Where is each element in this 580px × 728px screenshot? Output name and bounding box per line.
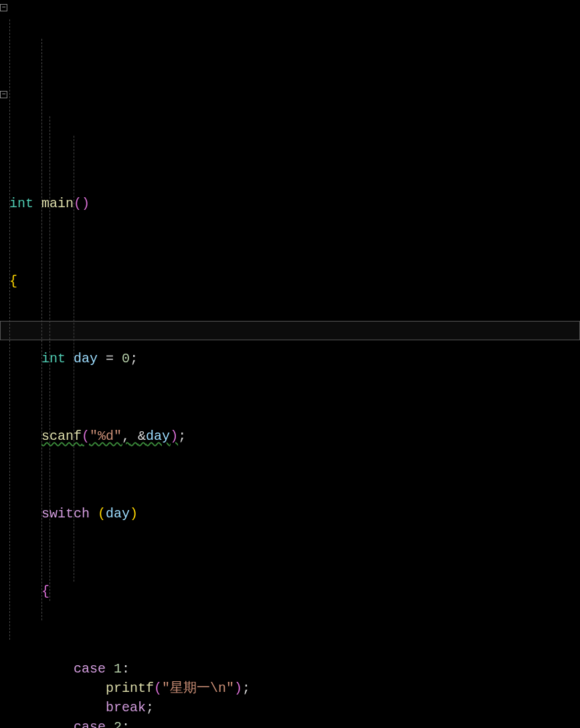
code-line: int main() <box>9 194 580 213</box>
code-line: int day = 0; <box>9 349 580 368</box>
code-line: break; <box>9 698 580 717</box>
code-editor[interactable]: − − int main() { int day = 0; scanf("%d"… <box>0 0 580 728</box>
fold-toggle-icon[interactable]: − <box>0 91 7 98</box>
code-line: { <box>9 582 580 601</box>
code-line: printf("星期一\n"); <box>9 679 580 698</box>
gutter: − − <box>0 0 9 728</box>
code-line: case 2: <box>9 717 580 728</box>
code-line: scanf("%d", &day); <box>9 427 580 446</box>
code-area[interactable]: int main() { int day = 0; scanf("%d", &d… <box>9 0 580 728</box>
code-line: case 1: <box>9 659 580 679</box>
code-line: { <box>9 271 580 291</box>
code-line: switch (day) <box>9 504 580 523</box>
fold-toggle-icon[interactable]: − <box>0 4 7 11</box>
